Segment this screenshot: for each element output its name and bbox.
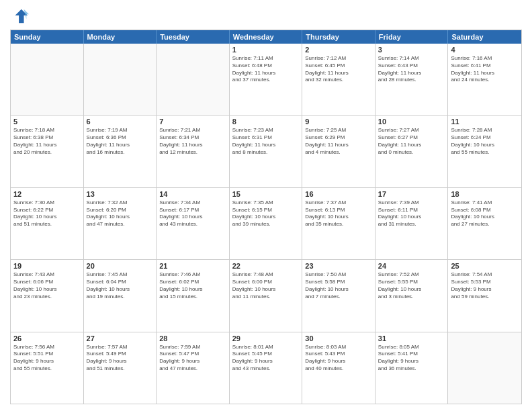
day-number: 18 xyxy=(451,190,519,198)
day-cell-2: 2Sunrise: 7:12 AM Sunset: 6:45 PM Daylig… xyxy=(302,44,375,115)
day-number: 21 xyxy=(159,262,226,270)
calendar-header-row: SundayMondayTuesdayWednesdayThursdayFrid… xyxy=(11,30,521,44)
day-cell-28: 28Sunrise: 7:59 AM Sunset: 5:47 PM Dayli… xyxy=(157,332,230,404)
day-cell-26: 26Sunrise: 7:56 AM Sunset: 5:51 PM Dayli… xyxy=(11,332,84,404)
day-number: 11 xyxy=(451,118,519,126)
day-number: 22 xyxy=(232,262,300,270)
calendar-week-2: 5Sunrise: 7:18 AM Sunset: 6:38 PM Daylig… xyxy=(11,115,521,187)
day-cell-16: 16Sunrise: 7:37 AM Sunset: 6:13 PM Dayli… xyxy=(302,188,375,259)
day-cell-1: 1Sunrise: 7:11 AM Sunset: 6:48 PM Daylig… xyxy=(230,44,303,115)
day-number: 6 xyxy=(87,118,154,126)
header-day-sunday: Sunday xyxy=(11,30,84,44)
empty-cell xyxy=(11,44,84,115)
day-number: 12 xyxy=(13,190,81,198)
day-cell-19: 19Sunrise: 7:43 AM Sunset: 6:06 PM Dayli… xyxy=(11,260,84,331)
day-number: 4 xyxy=(451,46,519,54)
day-info: Sunrise: 7:12 AM Sunset: 6:45 PM Dayligh… xyxy=(305,55,372,84)
day-info: Sunrise: 7:46 AM Sunset: 6:02 PM Dayligh… xyxy=(159,271,226,300)
day-cell-30: 30Sunrise: 8:03 AM Sunset: 5:43 PM Dayli… xyxy=(302,332,375,404)
day-info: Sunrise: 7:21 AM Sunset: 6:34 PM Dayligh… xyxy=(159,127,226,156)
day-cell-18: 18Sunrise: 7:41 AM Sunset: 6:08 PM Dayli… xyxy=(448,188,521,259)
day-info: Sunrise: 8:01 AM Sunset: 5:45 PM Dayligh… xyxy=(232,344,300,373)
day-number: 24 xyxy=(378,262,445,270)
day-cell-17: 17Sunrise: 7:39 AM Sunset: 6:11 PM Dayli… xyxy=(375,188,449,259)
calendar-week-4: 19Sunrise: 7:43 AM Sunset: 6:06 PM Dayli… xyxy=(11,259,521,331)
day-info: Sunrise: 7:34 AM Sunset: 6:17 PM Dayligh… xyxy=(159,199,226,228)
day-info: Sunrise: 7:45 AM Sunset: 6:04 PM Dayligh… xyxy=(87,271,154,300)
day-number: 1 xyxy=(232,46,300,54)
day-cell-20: 20Sunrise: 7:45 AM Sunset: 6:04 PM Dayli… xyxy=(84,260,157,331)
day-info: Sunrise: 7:30 AM Sunset: 6:22 PM Dayligh… xyxy=(13,199,81,228)
day-info: Sunrise: 7:37 AM Sunset: 6:13 PM Dayligh… xyxy=(305,199,372,228)
day-info: Sunrise: 7:41 AM Sunset: 6:08 PM Dayligh… xyxy=(451,199,519,228)
day-number: 27 xyxy=(87,334,154,342)
empty-cell xyxy=(84,44,157,115)
day-cell-9: 9Sunrise: 7:25 AM Sunset: 6:29 PM Daylig… xyxy=(302,116,375,187)
calendar-week-1: 1Sunrise: 7:11 AM Sunset: 6:48 PM Daylig… xyxy=(11,44,521,115)
day-number: 20 xyxy=(87,262,154,270)
day-cell-12: 12Sunrise: 7:30 AM Sunset: 6:22 PM Dayli… xyxy=(11,188,84,259)
header-day-friday: Friday xyxy=(375,30,449,44)
day-info: Sunrise: 7:39 AM Sunset: 6:11 PM Dayligh… xyxy=(378,199,445,228)
header xyxy=(10,7,522,26)
header-day-tuesday: Tuesday xyxy=(157,30,230,44)
day-info: Sunrise: 7:14 AM Sunset: 6:43 PM Dayligh… xyxy=(378,55,445,84)
day-number: 23 xyxy=(305,262,372,270)
day-number: 30 xyxy=(305,334,372,342)
day-number: 14 xyxy=(159,190,226,198)
day-cell-15: 15Sunrise: 7:35 AM Sunset: 6:15 PM Dayli… xyxy=(230,188,303,259)
day-cell-3: 3Sunrise: 7:14 AM Sunset: 6:43 PM Daylig… xyxy=(375,44,449,115)
day-info: Sunrise: 7:19 AM Sunset: 6:36 PM Dayligh… xyxy=(87,127,154,156)
day-number: 26 xyxy=(13,334,81,342)
day-info: Sunrise: 8:05 AM Sunset: 5:41 PM Dayligh… xyxy=(378,344,445,373)
day-info: Sunrise: 7:32 AM Sunset: 6:20 PM Dayligh… xyxy=(87,199,154,228)
day-cell-24: 24Sunrise: 7:52 AM Sunset: 5:55 PM Dayli… xyxy=(375,260,449,331)
day-number: 17 xyxy=(378,190,445,198)
day-number: 19 xyxy=(13,262,81,270)
day-cell-5: 5Sunrise: 7:18 AM Sunset: 6:38 PM Daylig… xyxy=(11,116,84,187)
day-cell-10: 10Sunrise: 7:27 AM Sunset: 6:27 PM Dayli… xyxy=(375,116,449,187)
day-info: Sunrise: 7:54 AM Sunset: 5:53 PM Dayligh… xyxy=(451,271,519,300)
day-info: Sunrise: 7:43 AM Sunset: 6:06 PM Dayligh… xyxy=(13,271,81,300)
day-number: 25 xyxy=(451,262,519,270)
calendar-week-3: 12Sunrise: 7:30 AM Sunset: 6:22 PM Dayli… xyxy=(11,187,521,259)
day-cell-4: 4Sunrise: 7:16 AM Sunset: 6:41 PM Daylig… xyxy=(448,44,521,115)
day-info: Sunrise: 7:50 AM Sunset: 5:58 PM Dayligh… xyxy=(305,271,372,300)
day-cell-25: 25Sunrise: 7:54 AM Sunset: 5:53 PM Dayli… xyxy=(448,260,521,331)
empty-cell xyxy=(157,44,230,115)
day-cell-29: 29Sunrise: 8:01 AM Sunset: 5:45 PM Dayli… xyxy=(230,332,303,404)
day-number: 29 xyxy=(232,334,300,342)
day-number: 31 xyxy=(378,334,445,342)
day-info: Sunrise: 7:28 AM Sunset: 6:24 PM Dayligh… xyxy=(451,127,519,156)
day-info: Sunrise: 7:52 AM Sunset: 5:55 PM Dayligh… xyxy=(378,271,445,300)
day-cell-8: 8Sunrise: 7:23 AM Sunset: 6:31 PM Daylig… xyxy=(230,116,303,187)
day-cell-13: 13Sunrise: 7:32 AM Sunset: 6:20 PM Dayli… xyxy=(84,188,157,259)
day-info: Sunrise: 7:35 AM Sunset: 6:15 PM Dayligh… xyxy=(232,199,300,228)
day-info: Sunrise: 7:59 AM Sunset: 5:47 PM Dayligh… xyxy=(159,344,226,373)
day-info: Sunrise: 7:23 AM Sunset: 6:31 PM Dayligh… xyxy=(232,127,300,156)
day-number: 3 xyxy=(378,46,445,54)
calendar-body: 1Sunrise: 7:11 AM Sunset: 6:48 PM Daylig… xyxy=(11,44,521,404)
day-cell-31: 31Sunrise: 8:05 AM Sunset: 5:41 PM Dayli… xyxy=(375,332,449,404)
header-day-saturday: Saturday xyxy=(448,30,521,44)
day-cell-6: 6Sunrise: 7:19 AM Sunset: 6:36 PM Daylig… xyxy=(84,116,157,187)
day-number: 8 xyxy=(232,118,300,126)
header-day-wednesday: Wednesday xyxy=(230,30,303,44)
day-cell-14: 14Sunrise: 7:34 AM Sunset: 6:17 PM Dayli… xyxy=(157,188,230,259)
day-info: Sunrise: 7:48 AM Sunset: 6:00 PM Dayligh… xyxy=(232,271,300,300)
day-number: 13 xyxy=(87,190,154,198)
page: SundayMondayTuesdayWednesdayThursdayFrid… xyxy=(0,0,532,411)
header-day-monday: Monday xyxy=(84,30,157,44)
day-cell-23: 23Sunrise: 7:50 AM Sunset: 5:58 PM Dayli… xyxy=(302,260,375,331)
day-info: Sunrise: 7:16 AM Sunset: 6:41 PM Dayligh… xyxy=(451,55,519,84)
day-number: 10 xyxy=(378,118,445,126)
day-cell-7: 7Sunrise: 7:21 AM Sunset: 6:34 PM Daylig… xyxy=(157,116,230,187)
day-number: 9 xyxy=(305,118,372,126)
day-cell-11: 11Sunrise: 7:28 AM Sunset: 6:24 PM Dayli… xyxy=(448,116,521,187)
day-info: Sunrise: 7:25 AM Sunset: 6:29 PM Dayligh… xyxy=(305,127,372,156)
day-info: Sunrise: 7:57 AM Sunset: 5:49 PM Dayligh… xyxy=(87,344,154,373)
day-number: 2 xyxy=(305,46,372,54)
day-info: Sunrise: 7:11 AM Sunset: 6:48 PM Dayligh… xyxy=(232,55,300,84)
logo xyxy=(10,7,32,26)
day-number: 28 xyxy=(159,334,226,342)
